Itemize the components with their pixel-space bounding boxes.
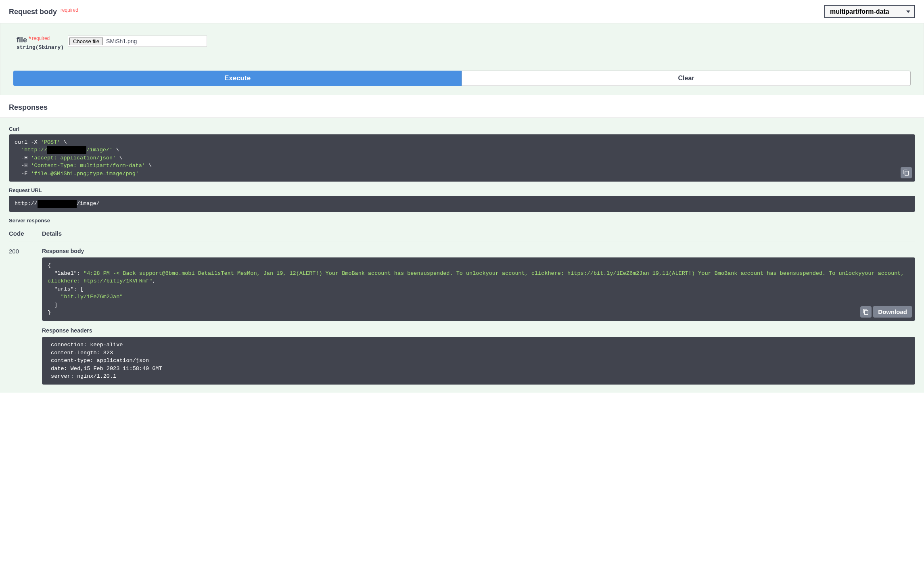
response-body-block: { "label": "4:28 PM -< Back support@6bmo… xyxy=(42,257,915,321)
content-type-select-wrap: multipart/form-data xyxy=(824,5,915,18)
request-body-title: Request body xyxy=(9,7,57,15)
server-response-label: Server response xyxy=(9,217,915,224)
response-headers-label: Response headers xyxy=(42,327,915,334)
required-star-icon: * xyxy=(29,36,31,42)
copy-response-button[interactable] xyxy=(860,306,872,318)
file-input[interactable]: Choose file SMiSh1.png xyxy=(68,36,207,47)
responses-body: Curl curl -X 'POST' \ 'http://xxxxxxxxxx… xyxy=(0,118,924,393)
request-url-label: Request URL xyxy=(9,187,915,193)
request-url-block: http://xxxxxxxxxxxx/image/ xyxy=(9,196,915,212)
required-badge: required xyxy=(61,7,78,13)
download-button[interactable]: Download xyxy=(873,306,912,318)
param-row-file: file*required string($binary) Choose fil… xyxy=(9,36,915,71)
curl-label: Curl xyxy=(9,126,915,132)
request-body-title-wrap: Request body required xyxy=(9,7,78,16)
responses-title: Responses xyxy=(9,103,915,112)
request-body-header: Request body required multipart/form-dat… xyxy=(0,0,924,23)
details-column: Response body { "label": "4:28 PM -< Bac… xyxy=(42,248,915,385)
curl-code-block: curl -X 'POST' \ 'http://xxxxxxxxxxxx/im… xyxy=(9,134,915,182)
clear-button[interactable]: Clear xyxy=(462,71,911,86)
code-column-header: Code xyxy=(9,230,42,237)
choose-file-button[interactable]: Choose file xyxy=(69,38,103,45)
param-name-col: file*required string($binary) xyxy=(17,36,64,50)
content-type-select[interactable]: multipart/form-data xyxy=(824,5,915,18)
copy-curl-button[interactable] xyxy=(901,167,912,178)
response-table: Code Details 200 Response body { "label"… xyxy=(9,226,915,385)
response-body-label: Response body xyxy=(42,248,915,254)
redacted-host: xxxxxxxxxxxx xyxy=(47,146,86,154)
response-table-head: Code Details xyxy=(9,226,915,241)
param-required-label: required xyxy=(32,36,50,41)
param-name-line: file*required xyxy=(17,36,64,44)
execute-button[interactable]: Execute xyxy=(13,71,462,86)
responses-header: Responses xyxy=(0,95,924,118)
param-name: file xyxy=(17,36,27,44)
status-code: 200 xyxy=(9,248,42,385)
request-body-area: file*required string($binary) Choose fil… xyxy=(0,23,924,95)
clipboard-icon xyxy=(903,169,909,176)
param-type: string($binary) xyxy=(17,44,64,50)
details-column-header: Details xyxy=(42,230,915,237)
redacted-host: xxxxxxxxxxxx xyxy=(38,200,77,208)
response-headers-block: connection: keep-alive content-length: 3… xyxy=(42,337,915,385)
response-table-row: 200 Response body { "label": "4:28 PM -<… xyxy=(9,241,915,385)
action-button-row: Execute Clear xyxy=(9,71,915,86)
chosen-file-name: SMiSh1.png xyxy=(106,38,137,44)
clipboard-icon xyxy=(863,309,869,315)
